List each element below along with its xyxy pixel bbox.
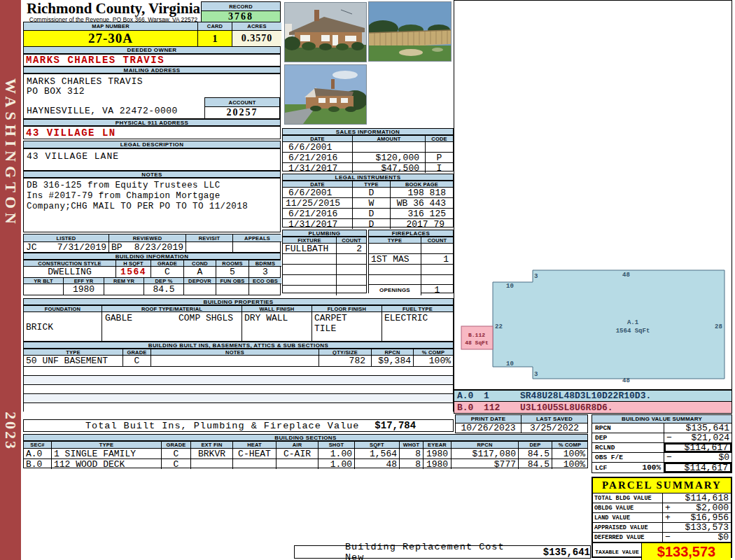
sidebar-district-label: WASHINGTON [1, 78, 20, 228]
deeded-owner-header: DEEDED OWNER [23, 46, 281, 54]
instr-date-label: DATE [283, 181, 353, 188]
dep-pct-value: 84.5 [144, 284, 184, 295]
card-value: 1 [198, 31, 232, 46]
mailing-address-header: MAILING ADDRESS [23, 66, 281, 74]
wall-finish-value: DRY WALL [242, 312, 312, 341]
photo-backyard-fence [368, 1, 451, 62]
construction-style-value: DWELLING [24, 267, 116, 277]
remyr-label: REM YR [104, 278, 144, 284]
instrument-row: 6/6/2001 D 198 818 [283, 188, 453, 198]
instr-bookpage-label: BOOK PAGE [391, 181, 453, 188]
parcel-row: APPRAISED VALUE $133,573 [593, 523, 731, 533]
sales-row: 6/21/2016 $120,000 P [283, 153, 453, 163]
county-title: Richmond County, Virginia [25, 1, 202, 16]
map-card-acres-table: MAP NUMBER CARD ACRES 27-30A 1 0.3570 [23, 22, 281, 47]
sec-type-label: TYPE [52, 442, 162, 449]
sec-comp-label: % COMP [552, 442, 587, 449]
map-number-value: 27-30A [24, 31, 198, 46]
sec-whgt-label: WHGT [400, 442, 424, 449]
taxable-value-label: TAXABLE VALUE [593, 543, 642, 560]
sidebar: WASHINGTON 2023 [0, 0, 21, 560]
sketch-code-row-a: A.0 1 SR48U28L48D3L10D22R10D3. [454, 390, 732, 402]
obs-fe-value: $0 [676, 452, 729, 463]
bdrms-label: BDRMS [249, 260, 281, 267]
review-table: LISTED REVIEWED REVISIT APPEALS JC 7/31/… [23, 234, 281, 253]
depovr-value [184, 284, 216, 295]
builtin-row: 50 UNF BASEMENT C 782 $9,384 100% [24, 356, 453, 367]
builtin-comp-label: % COMP [414, 349, 453, 356]
builtin-notes-label: NOTES [151, 349, 319, 356]
ecoobs-label: ECO OBS [249, 278, 281, 284]
fireplace-type-label: TYPE [369, 237, 421, 244]
reviewed-by: BP [111, 242, 122, 252]
section-b-sqft: 48 SqFt [465, 340, 489, 346]
sec-num-label: SEC# [24, 442, 52, 449]
dim-bottom-3: 3 [534, 371, 538, 378]
floor-finish-value-1: CARPET [314, 313, 347, 323]
replacement-cost-label: Building Replacement Cost New [345, 542, 517, 560]
floor-finish-label: FLOOR FINISH [312, 306, 382, 312]
sec-rpcn-label: RPCN [451, 442, 519, 449]
instrument-row: 1/31/2017 D 2017 79 [283, 219, 453, 229]
rclnd-value: $114,617 [678, 442, 728, 453]
dim-bottom-48: 48 [622, 377, 630, 384]
listed-label: LISTED [24, 234, 109, 242]
bdrms-value: 3 [249, 267, 281, 277]
account-box: ACCOUNT 20257 [204, 97, 280, 119]
replacement-cost-row: Building Replacement Cost New $135,641 [294, 545, 591, 559]
openings-count: 1 [421, 285, 453, 295]
building-sections-table: SEC# TYPE GRADE EXT FIN HEAT AIR SHGT SQ… [23, 441, 588, 468]
building-information-header: BUILDING INFORMATION [23, 253, 281, 260]
parcel-row: LAND VALUE + $16,956 [593, 513, 731, 523]
section-a-label: A.1 [627, 319, 639, 326]
dim-top-48: 48 [622, 272, 630, 279]
rooms-value: 5 [216, 267, 249, 277]
physical-address-header: PHYSICAL 911 ADDRESS [23, 119, 281, 126]
building-section-row: A.0 1 SINGLE FAMILY C BRKVR C-HEAT C-AIR… [24, 449, 587, 459]
appeals-label: APPEALS [233, 234, 281, 242]
roof-type-value: GABLE [105, 313, 132, 323]
sketch-code-b-num: 112 [484, 402, 520, 413]
map-number-label: MAP NUMBER [24, 22, 198, 31]
yrblt-value [24, 284, 64, 295]
roof-material-value: COMP SHGLS [178, 313, 233, 323]
section-a-sqft: 1564 SqFt [616, 328, 650, 335]
mailing-line-3: HAYNESVILLE, VA 22472-0000 [27, 106, 178, 116]
legal-description-box: 43 VILLAGE LANE [23, 148, 281, 171]
dim-top-10: 10 [506, 283, 514, 290]
last-saved-label: LAST SAVED [522, 415, 587, 424]
roof-label: ROOF TYPE/MATERIAL [102, 306, 242, 312]
notes-header: NOTES [23, 171, 281, 178]
sales-row: 6/6/2001 [283, 142, 453, 153]
yrblt-label: YR BLT [24, 278, 64, 284]
parcel-row: TOTAL BLDG VALUE $114,618 [593, 493, 731, 503]
building-properties-table: FOUNDATION ROOF TYPE/MATERIAL WALL FINIS… [23, 305, 454, 342]
value-summary-row: RCLND $114,617 [592, 443, 732, 453]
fireplaces-table: TYPE COUNT 1ST MAS 1 OPENINGS 1 [368, 237, 454, 293]
builtin-qty-label: QTY/SIZE [319, 349, 372, 356]
print-date-label: PRINT DATE [456, 415, 522, 424]
lcf-value: $114,617 [678, 463, 728, 473]
instr-type-label: TYPE [353, 181, 391, 188]
replacement-cost-value: $135,641 [543, 547, 590, 558]
parcel-summary: PARCEL SUMMARY TOTAL BLDG VALUE $114,618… [592, 477, 732, 558]
plumbing-table: FIXTURE COUNT FULLBATH 2 [282, 237, 367, 293]
reviewed-label: REVIEWED [109, 234, 186, 242]
dep-pct-label: DEP % [144, 278, 184, 284]
listed-by: JC [26, 242, 37, 252]
acres-label: ACRES [232, 22, 281, 31]
parcel-summary-title: PARCEL SUMMARY [593, 478, 731, 493]
plumbing-count-label: COUNT [337, 237, 366, 244]
obldg-value: $2,000 [673, 503, 729, 513]
sales-amount-label: AMOUNT [353, 136, 426, 142]
last-saved-value: 3/25/2022 [522, 424, 587, 433]
sketch-code-b-sec: B.0 [454, 402, 484, 413]
builtin-grade-label: GRADE [123, 349, 151, 356]
listed-date: 7/31/2019 [57, 242, 106, 252]
fireplace-row: 1ST MAS 1 [369, 254, 453, 265]
reviewed-date: 8/23/2019 [134, 242, 183, 252]
fireplace-count-label: COUNT [421, 237, 453, 244]
legal-description-text: 43 VILLAGE LANE [24, 149, 280, 164]
builtins-header: BUILDING BUILT INS, BASEMENTS, ATTICS & … [23, 342, 454, 349]
instrument-row: 11/25/2015 W WB 36 443 [283, 198, 453, 209]
